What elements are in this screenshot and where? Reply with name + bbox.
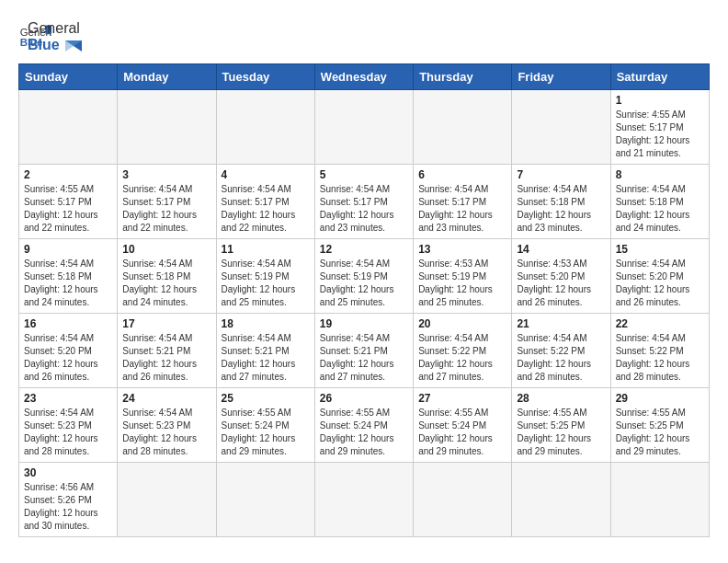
day-number: 17 xyxy=(122,317,210,330)
day-detail: Sunrise: 4:54 AM Sunset: 5:17 PM Dayligh… xyxy=(122,183,210,235)
logo: General Blue General Blue xyxy=(18,18,82,54)
day-detail: Sunrise: 4:54 AM Sunset: 5:22 PM Dayligh… xyxy=(517,332,605,384)
calendar-day-cell: 28Sunrise: 4:55 AM Sunset: 5:25 PM Dayli… xyxy=(512,387,610,462)
day-number: 9 xyxy=(24,243,112,256)
calendar-day-cell: 19Sunrise: 4:54 AM Sunset: 5:21 PM Dayli… xyxy=(314,313,413,387)
logo-blue-text: Blue xyxy=(28,37,82,53)
day-number: 18 xyxy=(222,317,310,330)
calendar-day-cell: 20Sunrise: 4:54 AM Sunset: 5:22 PM Dayli… xyxy=(414,313,512,387)
calendar-day-cell xyxy=(314,89,413,164)
day-detail: Sunrise: 4:54 AM Sunset: 5:17 PM Dayligh… xyxy=(222,183,310,235)
day-number: 30 xyxy=(24,466,112,479)
calendar-day-cell xyxy=(512,89,610,164)
day-detail: Sunrise: 4:55 AM Sunset: 5:17 PM Dayligh… xyxy=(24,183,112,235)
day-number: 12 xyxy=(320,243,408,256)
calendar-day-cell: 30Sunrise: 4:56 AM Sunset: 5:26 PM Dayli… xyxy=(19,462,118,536)
day-number: 23 xyxy=(24,392,112,405)
calendar-day-cell: 7Sunrise: 4:54 AM Sunset: 5:18 PM Daylig… xyxy=(512,164,610,238)
calendar-day-cell: 24Sunrise: 4:54 AM Sunset: 5:23 PM Dayli… xyxy=(118,387,216,462)
calendar-day-cell xyxy=(414,89,512,164)
calendar-day-cell: 15Sunrise: 4:54 AM Sunset: 5:20 PM Dayli… xyxy=(610,238,709,313)
calendar-day-cell: 22Sunrise: 4:54 AM Sunset: 5:22 PM Dayli… xyxy=(610,313,709,387)
day-number: 29 xyxy=(616,392,704,405)
day-detail: Sunrise: 4:54 AM Sunset: 5:17 PM Dayligh… xyxy=(320,183,408,235)
day-number: 24 xyxy=(122,392,210,405)
day-detail: Sunrise: 4:54 AM Sunset: 5:19 PM Dayligh… xyxy=(222,258,310,309)
calendar-day-cell xyxy=(314,462,413,536)
day-number: 2 xyxy=(24,168,112,181)
calendar-header-wednesday: Wednesday xyxy=(314,63,413,89)
calendar-week-row: 1Sunrise: 4:55 AM Sunset: 5:17 PM Daylig… xyxy=(19,89,710,164)
day-detail: Sunrise: 4:54 AM Sunset: 5:17 PM Dayligh… xyxy=(418,183,506,235)
day-detail: Sunrise: 4:54 AM Sunset: 5:18 PM Dayligh… xyxy=(122,258,210,309)
calendar-day-cell xyxy=(19,89,118,164)
day-number: 8 xyxy=(616,168,704,181)
calendar-day-cell xyxy=(414,462,512,536)
calendar-table: SundayMondayTuesdayWednesdayThursdayFrid… xyxy=(18,63,710,537)
calendar-week-row: 16Sunrise: 4:54 AM Sunset: 5:20 PM Dayli… xyxy=(19,313,710,387)
day-number: 5 xyxy=(320,168,408,181)
calendar-day-cell xyxy=(118,462,216,536)
calendar-day-cell: 10Sunrise: 4:54 AM Sunset: 5:18 PM Dayli… xyxy=(118,238,216,313)
page-header: General Blue General Blue xyxy=(18,18,710,54)
day-detail: Sunrise: 4:56 AM Sunset: 5:26 PM Dayligh… xyxy=(24,481,112,533)
calendar-day-cell xyxy=(610,462,709,536)
day-detail: Sunrise: 4:54 AM Sunset: 5:21 PM Dayligh… xyxy=(122,332,210,384)
calendar-day-cell: 11Sunrise: 4:54 AM Sunset: 5:19 PM Dayli… xyxy=(216,238,314,313)
day-detail: Sunrise: 4:55 AM Sunset: 5:25 PM Dayligh… xyxy=(517,407,605,458)
day-number: 14 xyxy=(517,243,605,256)
calendar-day-cell: 12Sunrise: 4:54 AM Sunset: 5:19 PM Dayli… xyxy=(314,238,413,313)
day-number: 3 xyxy=(122,168,210,181)
day-number: 26 xyxy=(320,392,408,405)
day-number: 20 xyxy=(418,317,506,330)
calendar-header-tuesday: Tuesday xyxy=(216,63,314,89)
calendar-day-cell: 2Sunrise: 4:55 AM Sunset: 5:17 PM Daylig… xyxy=(19,164,118,238)
day-detail: Sunrise: 4:55 AM Sunset: 5:25 PM Dayligh… xyxy=(616,407,704,458)
day-number: 10 xyxy=(122,243,210,256)
calendar-day-cell xyxy=(118,89,216,164)
calendar-day-cell: 9Sunrise: 4:54 AM Sunset: 5:18 PM Daylig… xyxy=(19,238,118,313)
day-number: 16 xyxy=(24,317,112,330)
day-detail: Sunrise: 4:54 AM Sunset: 5:19 PM Dayligh… xyxy=(320,258,408,309)
day-detail: Sunrise: 4:53 AM Sunset: 5:19 PM Dayligh… xyxy=(418,258,506,309)
day-detail: Sunrise: 4:54 AM Sunset: 5:20 PM Dayligh… xyxy=(24,332,112,384)
day-number: 7 xyxy=(517,168,605,181)
calendar-day-cell: 29Sunrise: 4:55 AM Sunset: 5:25 PM Dayli… xyxy=(610,387,709,462)
calendar-header-monday: Monday xyxy=(118,63,216,89)
day-detail: Sunrise: 4:54 AM Sunset: 5:20 PM Dayligh… xyxy=(616,258,704,309)
calendar-day-cell xyxy=(512,462,610,536)
calendar-day-cell xyxy=(216,462,314,536)
day-number: 15 xyxy=(616,243,704,256)
calendar-header-sunday: Sunday xyxy=(19,63,118,89)
calendar-day-cell: 5Sunrise: 4:54 AM Sunset: 5:17 PM Daylig… xyxy=(314,164,413,238)
day-detail: Sunrise: 4:54 AM Sunset: 5:21 PM Dayligh… xyxy=(222,332,310,384)
day-detail: Sunrise: 4:54 AM Sunset: 5:21 PM Dayligh… xyxy=(320,332,408,384)
day-number: 6 xyxy=(418,168,506,181)
calendar-header-row: SundayMondayTuesdayWednesdayThursdayFrid… xyxy=(19,63,710,89)
calendar-day-cell: 18Sunrise: 4:54 AM Sunset: 5:21 PM Dayli… xyxy=(216,313,314,387)
day-detail: Sunrise: 4:55 AM Sunset: 5:24 PM Dayligh… xyxy=(418,407,506,458)
day-detail: Sunrise: 4:54 AM Sunset: 5:18 PM Dayligh… xyxy=(24,258,112,309)
day-number: 1 xyxy=(616,94,704,107)
calendar-header-friday: Friday xyxy=(512,63,610,89)
calendar-day-cell: 4Sunrise: 4:54 AM Sunset: 5:17 PM Daylig… xyxy=(216,164,314,238)
day-detail: Sunrise: 4:54 AM Sunset: 5:18 PM Dayligh… xyxy=(517,183,605,235)
day-number: 21 xyxy=(517,317,605,330)
calendar-day-cell: 25Sunrise: 4:55 AM Sunset: 5:24 PM Dayli… xyxy=(216,387,314,462)
day-detail: Sunrise: 4:54 AM Sunset: 5:23 PM Dayligh… xyxy=(24,407,112,458)
day-number: 4 xyxy=(222,168,310,181)
calendar-day-cell xyxy=(216,89,314,164)
day-number: 22 xyxy=(616,317,704,330)
calendar-header-thursday: Thursday xyxy=(414,63,512,89)
day-number: 25 xyxy=(222,392,310,405)
calendar-week-row: 9Sunrise: 4:54 AM Sunset: 5:18 PM Daylig… xyxy=(19,238,710,313)
day-number: 27 xyxy=(418,392,506,405)
day-detail: Sunrise: 4:53 AM Sunset: 5:20 PM Dayligh… xyxy=(517,258,605,309)
calendar-day-cell: 1Sunrise: 4:55 AM Sunset: 5:17 PM Daylig… xyxy=(610,89,709,164)
calendar-day-cell: 13Sunrise: 4:53 AM Sunset: 5:19 PM Dayli… xyxy=(414,238,512,313)
calendar-header-saturday: Saturday xyxy=(610,63,709,89)
calendar-day-cell: 23Sunrise: 4:54 AM Sunset: 5:23 PM Dayli… xyxy=(19,387,118,462)
calendar-day-cell: 8Sunrise: 4:54 AM Sunset: 5:18 PM Daylig… xyxy=(610,164,709,238)
day-detail: Sunrise: 4:55 AM Sunset: 5:24 PM Dayligh… xyxy=(320,407,408,458)
day-number: 28 xyxy=(517,392,605,405)
